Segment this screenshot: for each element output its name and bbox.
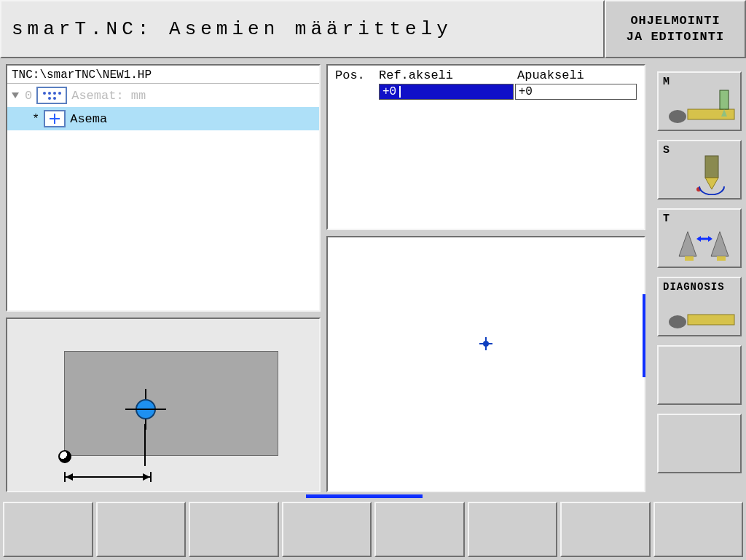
svg-point-15: [669, 315, 686, 328]
col-ref: Ref.akseli: [379, 68, 517, 82]
file-path: TNC:\smarTNC\NEW1.HP: [7, 66, 319, 84]
mode-line1: OHJELMOINTI: [630, 13, 720, 29]
softkey-7[interactable]: [560, 502, 651, 557]
col-apu: Apuakseli: [517, 68, 627, 82]
softkey-8[interactable]: [653, 502, 744, 557]
svg-point-1: [669, 110, 686, 123]
empty-button-1[interactable]: [657, 345, 742, 405]
mode-button-programming[interactable]: OHJELMOINTI JA EDITOINTI: [605, 0, 746, 58]
ref-axis-value: +0: [382, 85, 396, 98]
vertical-scroll-indicator[interactable]: [643, 294, 645, 377]
view-point-marker: [479, 337, 492, 350]
origin-icon: [58, 450, 71, 463]
softkey-1[interactable]: [3, 502, 93, 557]
page-title: smarT.NC: Asemien määrittely: [0, 0, 605, 58]
workspace: TNC:\smarTNC\NEW1.HP 0 Asemat: mm * Asem…: [6, 64, 647, 492]
point-icon: [44, 110, 66, 127]
params-row: +0 +0: [328, 82, 644, 100]
diagnosis-button[interactable]: DIAGNOSIS: [657, 277, 742, 336]
dimension-arrow-left-icon: [66, 473, 73, 481]
col-pos: Pos.: [335, 68, 379, 82]
right-sidebar: M S T DIAGNOSIS: [657, 71, 742, 473]
softkey-2[interactable]: [96, 502, 186, 557]
svg-marker-12: [696, 236, 701, 242]
svg-rect-2: [720, 90, 729, 109]
tool-change-icon: [663, 221, 739, 264]
softkey-3[interactable]: [189, 502, 279, 557]
ref-axis-input[interactable]: +0: [379, 84, 514, 100]
tree-root-label: Asemat: mm: [71, 89, 146, 103]
m-function-button[interactable]: M: [657, 71, 742, 131]
t-function-button[interactable]: T: [657, 208, 742, 268]
expand-icon[interactable]: [12, 92, 19, 98]
text-cursor-icon: [399, 86, 401, 98]
view-panel[interactable]: [326, 236, 645, 492]
svg-marker-13: [708, 236, 712, 242]
mode-line2: JA EDITOINTI: [627, 29, 724, 45]
tool-spindle-icon: [663, 153, 739, 195]
dimension-line-vertical: [144, 424, 146, 466]
tree-item-row[interactable]: * Asema: [7, 107, 319, 130]
svg-marker-8: [711, 232, 729, 256]
dimension-line-horizontal: [64, 476, 152, 478]
tree-item-label: Asema: [70, 112, 107, 126]
preview-workpiece: [64, 351, 278, 456]
dimension-arrow-right-icon: [143, 473, 150, 481]
svg-marker-5: [705, 178, 718, 189]
tree-root-row[interactable]: 0 Asemat: mm: [7, 84, 319, 107]
aux-axis-input[interactable]: +0: [515, 84, 637, 100]
label-m: M: [663, 76, 670, 88]
pattern-icon: [36, 87, 67, 104]
svg-rect-9: [685, 256, 694, 261]
empty-button-2[interactable]: [657, 414, 742, 473]
diagnosis-icon: [663, 297, 739, 332]
svg-rect-0: [688, 109, 734, 119]
softkey-bar: [3, 502, 743, 557]
tree-panel: TNC:\smarTNC\NEW1.HP 0 Asemat: mm * Asem…: [6, 64, 321, 312]
tree-root-index: 0: [25, 89, 32, 103]
svg-rect-14: [688, 315, 734, 325]
softkey-4[interactable]: [282, 502, 372, 557]
svg-rect-4: [705, 156, 718, 178]
aux-axis-value: +0: [519, 85, 533, 98]
tree-item-marker: *: [32, 112, 39, 126]
horizontal-scroll-indicator[interactable]: [306, 494, 423, 498]
softkey-6[interactable]: [468, 502, 558, 557]
title-bar: smarT.NC: Asemien määrittely OHJELMOINTI…: [0, 0, 746, 58]
preview-point-marker: [125, 389, 166, 430]
params-panel: Pos. Ref.akseli Apuakseli +0 +0: [326, 64, 645, 230]
label-diagnosis: DIAGNOSIS: [663, 281, 725, 293]
milling-machine-icon: [663, 87, 739, 127]
svg-rect-10: [717, 256, 726, 261]
s-function-button[interactable]: S: [657, 140, 742, 200]
params-header: Pos. Ref.akseli Apuakseli: [328, 66, 644, 82]
preview-panel: [6, 318, 321, 492]
softkey-5[interactable]: [374, 502, 465, 557]
svg-marker-7: [679, 232, 696, 256]
